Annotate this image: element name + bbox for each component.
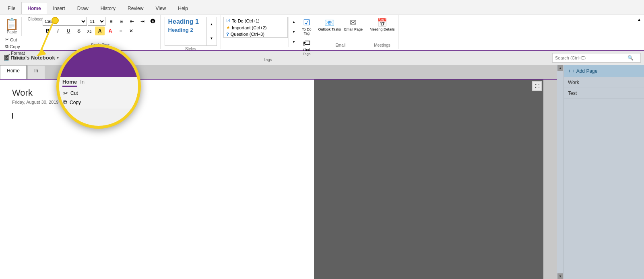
- scrollbar: ▲ ▼: [557, 65, 564, 279]
- tab-history[interactable]: History: [95, 2, 122, 14]
- add-page-button[interactable]: + + Add Page: [564, 65, 644, 77]
- important-tag[interactable]: ★ Important (Ctrl+2): [224, 24, 287, 31]
- format-row1: Calibri 11 ≡ ⊟ ⇤ ⇥ 🅐: [43, 17, 158, 26]
- yellow-dot-indicator: [52, 17, 59, 24]
- note-area[interactable]: Work Friday, August 30, 2019: [0, 80, 314, 279]
- strikethrough-button[interactable]: S: [74, 27, 84, 35]
- right-panel: ⛶: [314, 80, 543, 279]
- search-input[interactable]: [555, 55, 627, 60]
- pages-sidebar: + + Add Page Work Test: [564, 65, 644, 279]
- cut-button[interactable]: ✂ Cut: [4, 37, 26, 43]
- find-tags-button[interactable]: 🏷 FindTags: [302, 38, 312, 57]
- format-row2: B I U S x₂ A A ≡ ✕: [43, 27, 136, 35]
- styles-group: Heading 1 Heading 2 ▲ ▼ Styles: [161, 15, 221, 49]
- copy-icon: ⧉: [5, 44, 8, 49]
- format-painter-icon: 🖌: [5, 53, 10, 58]
- meetings-content: 📅 Meeting Details: [369, 16, 395, 42]
- clear-format-button[interactable]: 🅐: [148, 17, 158, 26]
- zoom-copy-item: ⧉ Copy: [62, 98, 135, 107]
- tags-down-button[interactable]: ▼: [289, 27, 299, 37]
- email-group: 📧 Outlook Tasks ✉ Email Page Email: [315, 15, 366, 49]
- list-bullets-button[interactable]: ≡: [106, 17, 116, 26]
- todo-checkbox-icon: ☑: [226, 18, 230, 23]
- format-painter-button[interactable]: 🖌 Format Painter: [4, 50, 26, 61]
- collapse-ribbon-button[interactable]: ▲: [635, 15, 643, 23]
- clear-format-button2[interactable]: ✕: [126, 27, 136, 35]
- paste-button[interactable]: 📋 Paste: [2, 17, 22, 36]
- styles-content: Heading 1 Heading 2 ▲ ▼: [165, 16, 217, 46]
- page-item-work[interactable]: Work: [564, 77, 644, 88]
- highlight-button[interactable]: A: [95, 27, 105, 35]
- clipboard-group: 📋 Paste ✂ Cut ⧉ Copy 🖌 Format Painter Cl…: [0, 15, 40, 49]
- zoom-home-tab: Home: [62, 79, 77, 87]
- tab-home[interactable]: Home: [21, 2, 47, 14]
- copy-button[interactable]: ⧉ Copy: [4, 43, 26, 49]
- styles-label: Styles: [163, 46, 218, 52]
- tab-draw[interactable]: Draw: [71, 2, 95, 14]
- question-tag[interactable]: ? Question (Ctrl+3): [224, 31, 287, 37]
- zoom-copy-icon: ⧉: [63, 99, 67, 106]
- format-painter-label: Format Painter: [11, 51, 25, 60]
- question-label: Question (Ctrl+3): [231, 32, 264, 37]
- question-icon: ?: [226, 32, 229, 37]
- page-tab-in[interactable]: In: [27, 65, 45, 79]
- styles-down-button[interactable]: ▼: [207, 31, 217, 45]
- scroll-down-button[interactable]: ▼: [557, 273, 563, 279]
- italic-button[interactable]: I: [53, 27, 63, 35]
- font-select[interactable]: Calibri: [43, 17, 87, 26]
- page-item-test[interactable]: Test: [564, 88, 644, 99]
- email-label: Email: [318, 42, 363, 48]
- align-button[interactable]: ≡: [116, 27, 126, 35]
- tab-view[interactable]: View: [149, 2, 172, 14]
- clipboard-content: 📋 Paste ✂ Cut ⧉ Copy 🖌 Format Painter: [2, 16, 28, 48]
- zoom-tabs: Home In: [62, 79, 135, 87]
- add-icon: +: [568, 68, 571, 74]
- basic-text-content: Calibri 11 ≡ ⊟ ⇤ ⇥ 🅐 B I U S x₂ A A ≡: [43, 16, 158, 42]
- notebook-dropdown-icon[interactable]: ▾: [57, 55, 59, 60]
- todo-label: To Do (Ctrl+1): [232, 18, 260, 23]
- bold-button[interactable]: B: [43, 27, 52, 35]
- subscript-button[interactable]: x₂: [85, 27, 94, 35]
- tags-group: ☑ To Do (Ctrl+1) ★ Important (Ctrl+2) ? …: [221, 15, 315, 49]
- underline-button[interactable]: U: [64, 27, 73, 35]
- tags-content: ☑ To Do (Ctrl+1) ★ Important (Ctrl+2) ? …: [223, 16, 312, 57]
- tags-label: Tags: [223, 57, 312, 63]
- heading2-style[interactable]: Heading 2: [165, 26, 206, 34]
- tags-more-button[interactable]: ▼: [289, 37, 299, 47]
- meeting-details-label: Meeting Details: [369, 27, 394, 31]
- font-color-button[interactable]: A: [105, 27, 115, 35]
- clipboard-right: ✂ Cut ⧉ Copy 🖌 Format Painter: [2, 36, 28, 62]
- add-page-label: + Add Page: [572, 68, 597, 74]
- email-page-button[interactable]: ✉ Email Page: [343, 17, 363, 32]
- meetings-group: 📅 Meeting Details Meetings: [366, 15, 398, 49]
- heading1-style[interactable]: Heading 1: [165, 17, 206, 26]
- find-tags-label: FindTags: [303, 48, 310, 56]
- tab-insert[interactable]: Insert: [47, 2, 71, 14]
- indent-decrease-button[interactable]: ⇤: [127, 17, 137, 26]
- list-numbers-button[interactable]: ⊟: [117, 17, 126, 26]
- outlook-tasks-button[interactable]: 📧 Outlook Tasks: [318, 17, 342, 32]
- expand-button[interactable]: ⛶: [532, 81, 542, 91]
- email-page-icon: ✉: [350, 18, 357, 27]
- important-label: Important (Ctrl+2): [232, 25, 267, 30]
- todo-tag-button[interactable]: ☑ To DoTag: [301, 17, 312, 36]
- tags-up-button[interactable]: ▲: [289, 17, 299, 27]
- outlook-tasks-label: Outlook Tasks: [318, 27, 341, 31]
- meeting-details-button[interactable]: 📅 Meeting Details: [369, 17, 395, 32]
- zoom-copy-label: Copy: [70, 100, 81, 105]
- tab-review[interactable]: Review: [122, 2, 149, 14]
- tab-file[interactable]: File: [2, 2, 21, 14]
- page-tab-home[interactable]: Home: [0, 65, 27, 79]
- ribbon-tabs: File Home Insert Draw History Review Vie…: [0, 0, 644, 14]
- tab-help[interactable]: Help: [172, 2, 194, 14]
- zoom-cut-item: ✂ Cut: [62, 89, 135, 98]
- email-content: 📧 Outlook Tasks ✉ Email Page: [318, 16, 363, 42]
- font-size-select[interactable]: 11: [88, 17, 105, 26]
- styles-up-button[interactable]: ▲: [207, 17, 217, 31]
- todo-tag[interactable]: ☑ To Do (Ctrl+1): [224, 17, 287, 24]
- note-date: Friday, August 30, 2019: [12, 100, 302, 105]
- scroll-up-button[interactable]: ▲: [557, 65, 563, 71]
- important-star-icon: ★: [226, 25, 230, 30]
- search-icon[interactable]: 🔍: [627, 55, 634, 61]
- indent-increase-button[interactable]: ⇥: [138, 17, 147, 26]
